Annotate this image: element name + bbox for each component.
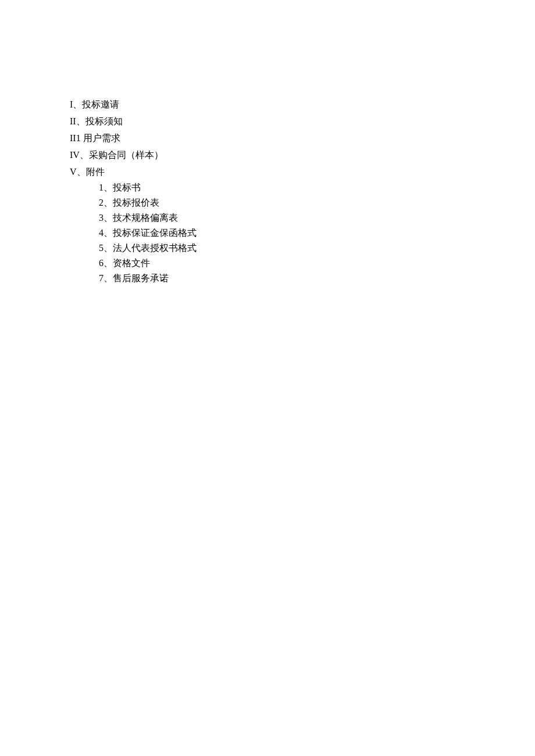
toc-sub-item: 6、资格文件 bbox=[99, 256, 197, 271]
table-of-contents: I、投标邀请 II、投标须知 II1 用户需求 IV、采购合同（样本） V、附件… bbox=[70, 96, 197, 286]
toc-sub-item: 1、投标书 bbox=[99, 180, 197, 195]
toc-main-item: II1 用户需求 bbox=[70, 130, 197, 146]
toc-sub-item: 3、技术规格偏离表 bbox=[99, 210, 197, 225]
toc-sub-item: 4、投标保证金保函格式 bbox=[99, 225, 197, 241]
toc-main-item: I、投标邀请 bbox=[70, 96, 197, 113]
toc-main-item: IV、采购合同（样本） bbox=[70, 146, 197, 163]
toc-sub-item: 7、售后服务承诺 bbox=[99, 271, 197, 286]
toc-sub-item: 2、投标报价表 bbox=[99, 195, 197, 210]
toc-main-item: V、附件 bbox=[70, 163, 197, 180]
toc-main-item: II、投标须知 bbox=[70, 113, 197, 130]
toc-sub-item: 5、法人代表授权书格式 bbox=[99, 241, 197, 256]
toc-sub-list: 1、投标书 2、投标报价表 3、技术规格偏离表 4、投标保证金保函格式 5、法人… bbox=[99, 180, 197, 286]
